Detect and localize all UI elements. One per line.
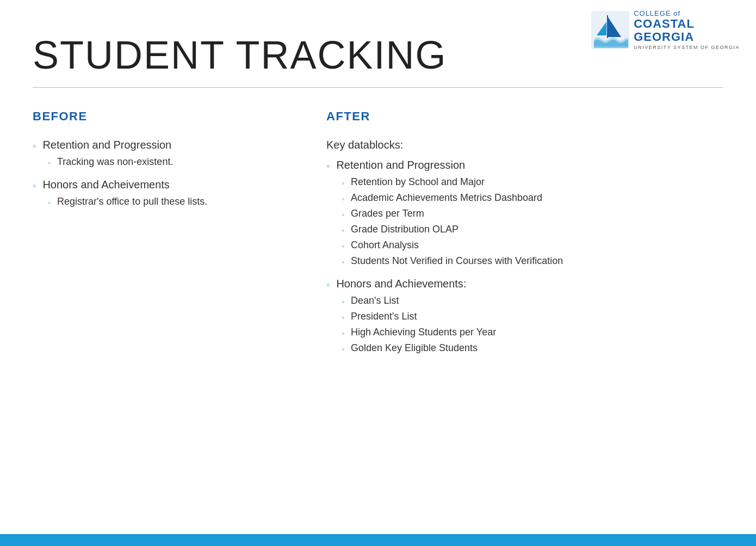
bullet1-dot: ◦	[326, 279, 330, 291]
columns: BEFORE ◦ Retention and Progression ◦ Tra…	[33, 109, 723, 365]
list-item: ◦ Grade Distribution OLAP	[326, 224, 723, 235]
logo-area: COLLEGE of COASTAL GEORGIA UNIVERSITY SY…	[591, 10, 740, 51]
logo-icon	[591, 11, 629, 49]
bullet1-item: ◦ Honors and Achievements:	[326, 278, 723, 291]
bullet2-dot: ◦	[342, 345, 344, 353]
logo-usg: UNIVERSITY SYSTEM OF GEORGIA	[634, 45, 740, 51]
bullet2-dot: ◦	[342, 313, 344, 322]
bottom-bar	[0, 534, 756, 546]
bullet2-dot: ◦	[342, 242, 344, 250]
logo-coastal: COASTAL	[634, 17, 740, 30]
list-item: ◦ Grades per Term	[326, 208, 723, 219]
list-item: ◦ President's List	[326, 311, 723, 322]
bullet2-dot: ◦	[48, 158, 51, 167]
list-item: ◦ Academic Achievements Metrics Dashboar…	[326, 192, 723, 204]
list-item: ◦ Cohort Analysis	[326, 240, 723, 251]
list-item: ◦ Golden Key Eligible Students	[326, 342, 723, 354]
after-sub-list-1: ◦ Dean's List ◦ President's List ◦ High …	[326, 295, 723, 354]
bullet2-label: Tracking was non-existent.	[57, 156, 173, 168]
logo-georgia: GEORGIA	[634, 30, 740, 44]
list-item: ◦ Honors and Achievements: ◦ Dean's List…	[326, 278, 723, 354]
bullet2-dot: ◦	[342, 257, 344, 266]
logo-college-of: COLLEGE of	[634, 10, 740, 17]
bullet2-dot: ◦	[342, 226, 344, 235]
bullet2-label: Students Not Verified in Courses with Ve…	[351, 255, 563, 267]
key-datablocks-label: Key datablocks:	[326, 139, 723, 151]
list-item: ◦ Students Not Verified in Courses with …	[326, 255, 723, 267]
bullet2-dot: ◦	[342, 179, 344, 187]
bullet2-dot: ◦	[342, 297, 344, 306]
bullet1-label: Honors and Achievements:	[336, 278, 466, 290]
bullet2-dot: ◦	[342, 194, 344, 203]
bullet1-label: Retention and Progression	[336, 159, 465, 171]
bullet1-dot: ◦	[33, 140, 36, 152]
bullet1-item: ◦ Retention and Progression	[326, 159, 723, 172]
bullet2-label: Cohort Analysis	[351, 240, 419, 251]
bullet2-label: High Achieving Students per Year	[351, 327, 496, 338]
list-item: ◦ Retention by School and Major	[326, 176, 723, 188]
bullet1-label: Honors and Acheivements	[42, 179, 169, 191]
bullet2-label: Registrar's office to pull these lists.	[57, 196, 207, 207]
bullet2-label: Academic Achievements Metrics Dashboard	[351, 192, 542, 204]
bullet1-item: ◦ Honors and Acheivements	[33, 179, 294, 192]
before-column: BEFORE ◦ Retention and Progression ◦ Tra…	[33, 109, 294, 365]
divider	[33, 87, 723, 88]
logo-text: COLLEGE of COASTAL GEORGIA UNIVERSITY SY…	[634, 10, 740, 51]
main-content: STUDENT TRACKING BEFORE ◦ Retention and …	[0, 0, 756, 546]
after-column: AFTER Key datablocks: ◦ Retention and Pr…	[326, 109, 723, 365]
before-list: ◦ Retention and Progression ◦ Tracking w…	[33, 139, 294, 207]
before-sub-list-1: ◦ Registrar's office to pull these lists…	[33, 196, 294, 207]
after-sub-list-0: ◦ Retention by School and Major ◦ Academ…	[326, 176, 723, 267]
bullet1-item: ◦ Retention and Progression	[33, 139, 294, 152]
bullet2-label: Dean's List	[351, 295, 399, 306]
list-item: ◦ Retention and Progression ◦ Retention …	[326, 159, 723, 267]
bullet2-label: Golden Key Eligible Students	[351, 342, 478, 354]
bullet2-dot: ◦	[342, 210, 344, 219]
bullet2-label: Retention by School and Major	[351, 176, 485, 188]
after-list: ◦ Retention and Progression ◦ Retention …	[326, 159, 723, 354]
before-heading: BEFORE	[33, 109, 294, 124]
bullet2-label: Grade Distribution OLAP	[351, 224, 458, 235]
slide: COLLEGE of COASTAL GEORGIA UNIVERSITY SY…	[0, 0, 756, 546]
bullet1-dot: ◦	[33, 180, 36, 192]
list-item: ◦ Tracking was non-existent.	[33, 156, 294, 168]
bullet1-label: Retention and Progression	[42, 139, 171, 151]
list-item: ◦ Retention and Progression ◦ Tracking w…	[33, 139, 294, 168]
bullet2-dot: ◦	[48, 198, 51, 207]
list-item: ◦ Dean's List	[326, 295, 723, 306]
list-item: ◦ Honors and Acheivements ◦ Registrar's …	[33, 179, 294, 207]
bullet2-dot: ◦	[342, 329, 344, 338]
bullet1-dot: ◦	[326, 161, 330, 172]
bullet2-label: President's List	[351, 311, 417, 322]
bullet2-label: Grades per Term	[351, 208, 424, 219]
list-item: ◦ High Achieving Students per Year	[326, 327, 723, 338]
before-sub-list-0: ◦ Tracking was non-existent.	[33, 156, 294, 168]
list-item: ◦ Registrar's office to pull these lists…	[33, 196, 294, 207]
after-heading: AFTER	[326, 109, 723, 124]
